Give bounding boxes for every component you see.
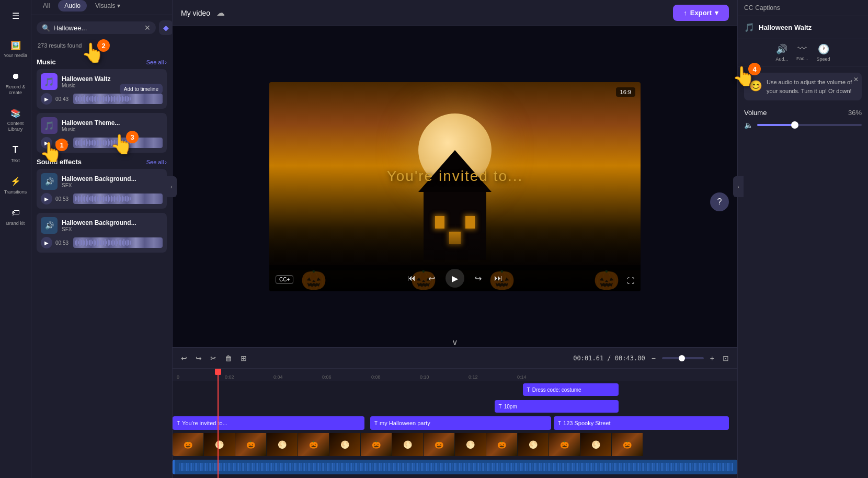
skip-forward-button[interactable]: ⏭ — [492, 271, 505, 285]
search-clear-button[interactable]: ✕ — [144, 24, 151, 32]
text-clip-halloween-party[interactable]: T my Halloween party — [370, 416, 551, 430]
export-button[interactable]: ↑ Export ▾ — [673, 5, 729, 21]
audio-clip[interactable] — [173, 460, 737, 474]
waveform-bars-theme — [73, 138, 163, 148]
collapse-timeline-button[interactable]: ∨ — [452, 337, 458, 347]
right-panel-title: Halloween Waltz — [759, 24, 862, 31]
sfx-thumb-2: 🔊 — [41, 217, 58, 234]
video-frame-11: 🎃 — [486, 433, 518, 456]
sfx2-duration: 00:53 — [55, 240, 70, 246]
undo-button[interactable]: ↩ — [179, 352, 189, 365]
transitions-icon: ⚡ — [9, 175, 22, 188]
results-count: 273 results found — [31, 40, 172, 53]
sidebar-item-brand[interactable]: 🏷 Brand kit — [2, 202, 30, 231]
fade-button[interactable]: 〰 Fac... — [796, 43, 808, 62]
collapse-left-panel-button[interactable]: ‹ — [166, 176, 177, 197]
audio-label: Aud... — [775, 56, 788, 62]
sfx-see-all-button[interactable]: See all › — [146, 159, 167, 165]
ratio-badge: 16:9 — [616, 87, 635, 97]
sidebar-label-content: ContentLibrary — [7, 121, 24, 132]
play-sfx2-button[interactable]: ▶ — [41, 237, 52, 248]
skip-back-button[interactable]: ⏮ — [405, 271, 418, 285]
clip-text-icon-4: T — [374, 420, 378, 426]
clip-text-icon-3: T — [177, 420, 180, 426]
video-preview: ‹ › 🎃 🎃 🎃 🎃 — [173, 26, 737, 347]
play-waltz-button[interactable]: ▶ — [41, 93, 52, 105]
add-to-timeline-button[interactable]: Add to timeline — [120, 84, 163, 94]
sidebar-item-your-media[interactable]: 🖼️ Your media — [2, 35, 30, 63]
speed-icon: 🕐 — [818, 43, 829, 55]
tab-audio[interactable]: Audio — [58, 0, 87, 12]
speed-label: Speed — [817, 56, 830, 62]
collapse-right-panel-button[interactable]: › — [733, 176, 744, 197]
text-clip-dress-code[interactable]: T Dress code: costume — [523, 383, 619, 396]
zoom-out-button[interactable]: − — [649, 352, 658, 365]
rewind-button[interactable]: ↩ — [426, 271, 437, 286]
play-sfx1-button[interactable]: ▶ — [41, 193, 52, 204]
volume-mute-icon[interactable]: 🔈 — [744, 121, 753, 129]
text-clip-10pm[interactable]: T 10pm — [495, 400, 619, 413]
timeline-toolbar: ↩ ↪ ✂ 🗑 ⊞ 00:01.61 / 00:43.00 − + ⊡ — [173, 348, 737, 369]
search-input[interactable] — [53, 24, 141, 32]
timeline-area: ↩ ↪ ✂ 🗑 ⊞ 00:01.61 / 00:43.00 − + ⊡ — [173, 347, 737, 478]
music-controls-theme: ▶ 00:31 — [41, 137, 163, 149]
zoom-in-button[interactable]: + — [708, 352, 716, 365]
text-clip-invited[interactable]: T You're invited to... — [173, 416, 364, 430]
ruler-0:06: 0:06 — [322, 374, 332, 380]
ruler-0:14: 0:14 — [517, 374, 527, 380]
audio-prop-button[interactable]: 🔊 Aud... — [775, 43, 788, 62]
play-pause-button[interactable]: ▶ — [446, 269, 464, 288]
video-frame-2: 🌕 — [204, 433, 235, 456]
sfx2-waveform — [73, 237, 163, 248]
trees-decoration — [269, 229, 641, 270]
tab-all[interactable]: All — [37, 0, 56, 12]
waltz-duration: 00:43 — [55, 96, 70, 102]
sfx-item-header-2: 🔊 Halloween Background... SFX — [41, 217, 163, 234]
cloud-save-button[interactable]: ☁ — [216, 8, 225, 18]
track-row-10pm: T 10pm — [173, 398, 737, 415]
sfx-name-2: Halloween Background... — [62, 219, 163, 226]
sfx-info-2: Halloween Background... SFX — [62, 219, 163, 232]
sidebar-item-transitions[interactable]: ⚡ Transitions — [2, 171, 30, 199]
sidebar-item-text[interactable]: T Text — [2, 140, 30, 168]
music-note-icon: 🎵 — [744, 22, 755, 32]
cut-button[interactable]: ✂ — [208, 352, 219, 365]
ruler-0:10: 0:10 — [420, 374, 429, 380]
your-media-icon: 🖼️ — [9, 39, 22, 51]
redo-button[interactable]: ↪ — [193, 352, 204, 365]
search-panel: All Audio Visuals ▾ 🔍 ✕ ◆ 273 results fo… — [31, 0, 173, 478]
video-clip[interactable]: 🎃 🌕 🎃 🌕 🎃 🌕 🎃 🌕 🎃 🌕 🎃 — [173, 433, 737, 456]
fast-forward-button[interactable]: ↪ — [473, 271, 484, 286]
sidebar-item-content-library[interactable]: 📚 ContentLibrary — [2, 103, 30, 136]
video-strip: 🎃 🌕 🎃 🌕 🎃 🌕 🎃 🌕 🎃 🌕 🎃 — [173, 433, 737, 456]
fit-timeline-button[interactable]: ⊡ — [721, 352, 731, 365]
tab-visuals[interactable]: Visuals ▾ — [89, 0, 127, 12]
audio-waveform-display — [179, 463, 733, 471]
play-theme-button[interactable]: ▶ — [41, 137, 52, 149]
captions-button[interactable]: CC+ — [276, 275, 293, 284]
house-window-2 — [465, 216, 475, 229]
right-panel-header: 🎵 Halloween Waltz — [738, 16, 868, 39]
volume-slider[interactable] — [757, 124, 862, 126]
delete-button[interactable]: 🗑 — [223, 352, 234, 365]
sidebar-item-record[interactable]: ⏺ Record &create — [2, 66, 30, 100]
text-clip-spooky-street[interactable]: T 123 Spooky Street — [554, 416, 729, 430]
music-see-all-button[interactable]: See all › — [146, 59, 167, 65]
tooltip-close-button[interactable]: ✕ — [853, 76, 859, 83]
search-input-wrap: 🔍 ✕ — [37, 21, 156, 34]
video-frame-6: 🌕 — [329, 433, 361, 456]
speed-button[interactable]: 🕐 Speed — [817, 43, 830, 62]
video-frame-7: 🎃 — [361, 433, 392, 456]
help-button[interactable]: ? — [710, 192, 729, 211]
diamond-filter-button[interactable]: ◆ — [159, 20, 173, 35]
sfx-thumb-1: 🔊 — [41, 173, 58, 190]
sfx1-waveform — [73, 194, 163, 204]
sidebar-hamburger[interactable]: ☰ — [2, 5, 30, 26]
track-row-video: 🎃 🌕 🎃 🌕 🎃 🌕 🎃 🌕 🎃 🌕 🎃 — [173, 431, 737, 458]
zoom-slider[interactable] — [662, 357, 704, 359]
captions-tab[interactable]: CC Captions — [738, 0, 868, 16]
split-button[interactable]: ⊞ — [238, 352, 249, 365]
sfx-type-2: SFX — [62, 226, 163, 232]
volume-slider-wrap: 🔈 — [744, 121, 862, 129]
fullscreen-button[interactable]: ⛶ — [627, 277, 634, 285]
